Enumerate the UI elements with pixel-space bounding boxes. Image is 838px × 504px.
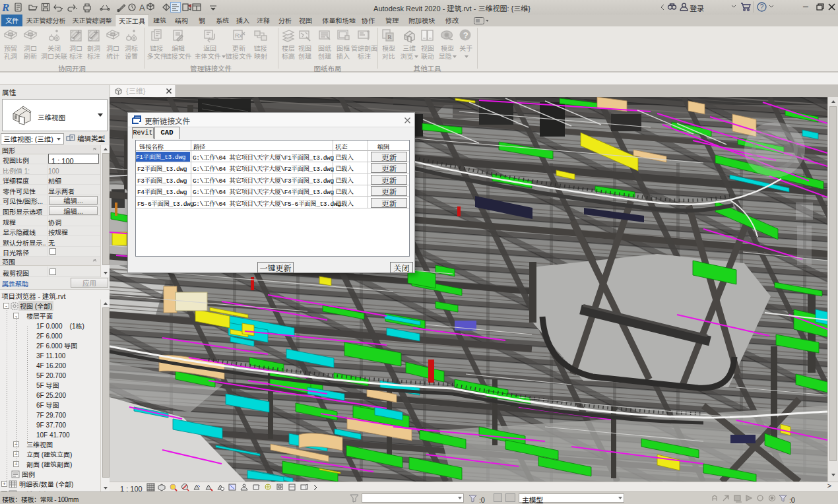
svg-text:R: R — [388, 34, 392, 40]
svg-text:Rx: Rx — [235, 32, 242, 39]
svg-text:A: A — [139, 3, 145, 13]
svg-text:?: ? — [463, 30, 468, 40]
svg-text:?: ? — [760, 3, 764, 11]
svg-text:R: R — [1, 1, 9, 13]
